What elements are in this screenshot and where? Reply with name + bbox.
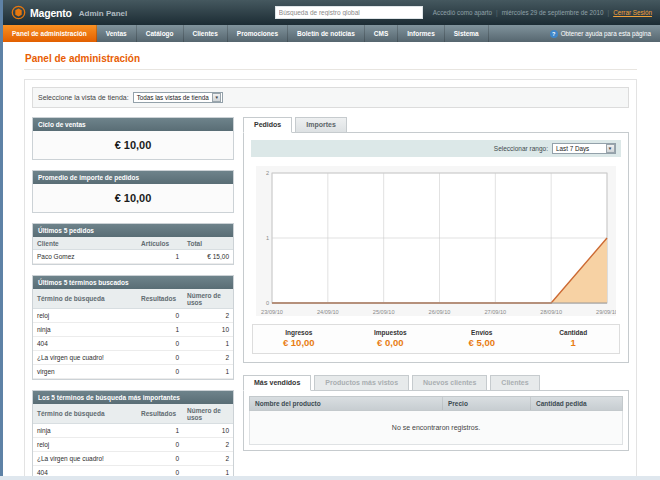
svg-text:28/09/10: 28/09/10	[540, 309, 562, 315]
average-orders-value: € 10,00	[33, 184, 233, 212]
range-bar: Seleccionar rango: Last 7 Days ▼	[251, 140, 621, 157]
lifetime-sales-box: Ciclo de ventas € 10,00	[32, 117, 234, 160]
svg-text:24/09/10: 24/09/10	[317, 309, 339, 315]
stat-value: 1	[528, 337, 620, 348]
cell-uses: 10	[183, 424, 233, 438]
last-search-terms-box: Últimos 5 términos buscados Término de b…	[32, 275, 234, 380]
help-label: Obtener ayuda para esta página	[561, 30, 651, 37]
cell-term: virgen	[33, 365, 137, 379]
brand-suffix: Admin Panel	[79, 9, 127, 18]
chevron-down-icon: ▼	[606, 144, 615, 153]
col-header-price: Precio	[442, 397, 530, 410]
bottom-grids-section: Más vendidos Productos más vistos Nuevos…	[243, 375, 629, 451]
stat-tax: Impuestos € 0,00	[345, 329, 437, 348]
range-select[interactable]: Last 7 Days ▼	[552, 143, 616, 154]
nav-item-newsletter[interactable]: Boletín de noticias	[288, 25, 365, 42]
tab-bestsellers[interactable]: Más vendidos	[243, 375, 311, 391]
cell-items: 1	[137, 250, 183, 264]
page-content: Panel de administración Seleccione la vi…	[3, 42, 660, 480]
cell-term: reloj	[33, 438, 137, 452]
box-title: Últimos 5 términos buscados	[33, 276, 233, 289]
nav-item-promotions[interactable]: Promociones	[228, 25, 288, 42]
cell-customer: Paco Gomez	[33, 250, 137, 264]
tab-orders[interactable]: Pedidos	[243, 117, 292, 133]
tab-most-viewed[interactable]: Productos más vistos	[314, 375, 409, 391]
cell-uses: 1	[183, 365, 233, 379]
range-value: Last 7 Days	[553, 145, 605, 152]
header-session-info: Accedió como aparto | miércoles 29 de se…	[433, 9, 652, 16]
dashboard-main: Pedidos Importes Seleccionar rango: Last…	[243, 117, 629, 451]
last-search-terms-table: Término de búsqueda Resultados Número de…	[33, 289, 233, 379]
nav-item-reports[interactable]: Informes	[398, 25, 444, 42]
svg-text:27/09/10: 27/09/10	[484, 309, 506, 315]
svg-text:1: 1	[266, 235, 269, 241]
top-search-terms-table: Término de búsqueda Resultados Número de…	[33, 404, 233, 480]
header-bar: Magento Admin Panel Accedió como aparto …	[3, 0, 660, 25]
cell-results: 0	[137, 337, 183, 351]
stat-label: Cantidad	[528, 329, 620, 336]
col-header-results: Resultados	[137, 289, 183, 309]
svg-text:29/09/10: 29/09/10	[596, 309, 616, 315]
sidebar-stats: Ciclo de ventas € 10,00 Promedio de impo…	[32, 117, 234, 480]
nav-item-sales[interactable]: Ventas	[97, 25, 137, 42]
store-view-value: Todas las vistas de tienda	[134, 94, 212, 101]
cell-results: 1	[137, 323, 183, 337]
orders-area-chart: 23/09/1024/09/1025/09/1026/09/1027/09/10…	[256, 166, 616, 316]
window-edge-left	[0, 0, 3, 480]
store-view-bar: Seleccione la vista de tienda: Todas las…	[32, 87, 629, 108]
stat-value: € 5,00	[436, 337, 528, 348]
table-row: ninja 1 10	[33, 323, 233, 337]
current-date: miércoles 29 de septiembre de 2010	[502, 9, 604, 16]
tab-customers[interactable]: Clientes	[490, 375, 539, 391]
box-title: Promedio de importe de pedidos	[33, 171, 233, 184]
last-orders-box: Últimos 5 pedidos Cliente Artículos Tota…	[32, 223, 234, 265]
cell-total: € 15,00	[183, 250, 233, 264]
svg-text:0: 0	[266, 300, 269, 306]
nav-item-cms[interactable]: CMS	[365, 25, 398, 42]
global-search-input[interactable]	[275, 6, 423, 19]
box-title: Últimos 5 pedidos	[33, 224, 233, 237]
stat-label: Ingresos	[253, 329, 345, 336]
nav-item-dashboard[interactable]: Panel de administración	[3, 25, 97, 42]
cell-term: ninja	[33, 323, 137, 337]
bestsellers-grid: Nombre del producto Precio Cantidad pedi…	[243, 390, 629, 451]
table-row: ¿La virgen que cuadro! 0 2	[33, 351, 233, 365]
magento-brand: Magento Admin Panel	[11, 5, 127, 20]
brand-name: Magento	[30, 7, 72, 19]
help-link[interactable]: ? Obtener ayuda para esta página	[541, 25, 660, 42]
stat-label: Impuestos	[345, 329, 437, 336]
logout-link[interactable]: Cerrar Sesión	[613, 9, 652, 16]
col-header-results: Resultados	[137, 404, 183, 424]
tab-amounts[interactable]: Importes	[295, 117, 347, 133]
cell-results: 0	[137, 438, 183, 452]
col-header-product: Nombre del producto	[250, 397, 442, 410]
svg-text:26/09/10: 26/09/10	[429, 309, 451, 315]
table-row: 404 0 1	[33, 337, 233, 351]
help-icon: ?	[550, 30, 558, 38]
cell-results: 1	[137, 424, 183, 438]
table-row: reloj 0 2	[33, 438, 233, 452]
dashboard-container: Seleccione la vista de tienda: Todas las…	[24, 79, 637, 480]
cell-results: 0	[137, 452, 183, 466]
cell-uses: 2	[183, 309, 233, 323]
totals-bar: Ingresos € 10,00 Impuestos € 0,00 Envíos…	[252, 324, 620, 354]
separator: |	[608, 9, 610, 16]
table-row: virgen 0 1	[33, 365, 233, 379]
nav-item-catalog[interactable]: Catálogo	[137, 25, 184, 42]
svg-text:23/09/10: 23/09/10	[261, 309, 283, 315]
nav-item-system[interactable]: Sistema	[445, 25, 489, 42]
col-header-term: Término de búsqueda	[33, 404, 137, 424]
tab-new-customers[interactable]: Nuevos clientes	[412, 375, 487, 391]
cell-term: ¿La virgen que cuadro!	[33, 452, 137, 466]
stat-label: Envíos	[436, 329, 528, 336]
nav-item-customers[interactable]: Clientes	[184, 25, 228, 42]
svg-text:2: 2	[266, 170, 269, 176]
magento-logo-icon	[11, 5, 26, 20]
cell-results: 0	[137, 365, 183, 379]
cell-results: 0	[137, 309, 183, 323]
table-row: Paco Gomez 1 € 15,00	[33, 250, 233, 264]
col-header-term: Término de búsqueda	[33, 289, 137, 309]
empty-records-message: No se encontraron registros.	[249, 411, 623, 445]
cell-uses: 2	[183, 351, 233, 365]
store-view-select[interactable]: Todas las vistas de tienda ▼	[133, 92, 223, 103]
